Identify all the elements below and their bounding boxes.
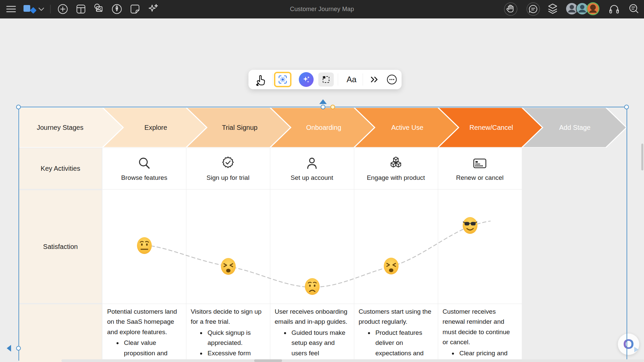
row-label-description[interactable] xyxy=(19,304,102,362)
badge-check-icon xyxy=(220,156,236,171)
stage-label: Trial Signup xyxy=(222,124,258,131)
stage-label: Explore xyxy=(144,124,167,131)
text-tool-button[interactable]: Aa xyxy=(342,70,361,89)
activity-cell[interactable]: Set up account xyxy=(270,148,354,189)
resize-up-arrow-icon[interactable] xyxy=(319,99,327,104)
ai-assist-button[interactable] xyxy=(297,70,315,89)
activity-cell[interactable]: Browse features xyxy=(102,148,186,189)
selection-handle-top-left[interactable] xyxy=(16,105,21,109)
activity-label: Browse features xyxy=(121,174,167,182)
row-label-text: Satisfaction xyxy=(43,243,78,251)
horizontal-scrollbar-thumb[interactable] xyxy=(254,359,282,362)
sparkles-icon xyxy=(302,75,311,84)
activity-cell[interactable]: Engage with product xyxy=(354,148,438,189)
ellipsis-circle-icon xyxy=(386,74,397,85)
assistant-logo-button[interactable]: O xyxy=(618,333,639,355)
description-bullet: Guided tours make setup easy and users f… xyxy=(290,328,349,362)
assistant-logo-icon: O xyxy=(623,337,634,351)
stage-label: Onboarding xyxy=(306,124,341,131)
top-bar: Customer Journey Map xyxy=(0,0,644,18)
selection-handle-anchor[interactable] xyxy=(330,105,335,109)
activity-cell[interactable]: Sign up for trial xyxy=(186,148,270,189)
stage-label: Add Stage xyxy=(559,124,590,131)
description-bullet: Product features deliver on expectations… xyxy=(374,328,433,362)
collapse-left-arrow-icon[interactable] xyxy=(7,345,11,352)
description-cell[interactable]: Visitors decide to sign up for a free tr… xyxy=(186,304,270,362)
activity-label: Set up account xyxy=(291,174,333,182)
description-text: Customer receives renewal reminder and m… xyxy=(443,307,517,348)
selection-right-edge xyxy=(627,107,627,361)
horizontal-scrollbar-track[interactable] xyxy=(61,359,644,362)
frame-tool-button[interactable] xyxy=(317,70,335,89)
selection-left-edge xyxy=(18,107,19,361)
stage-label: Journey Stages xyxy=(37,124,84,131)
capture-icon xyxy=(278,74,288,85)
magnifier-icon xyxy=(137,156,152,171)
row-label-text: Key Activities xyxy=(41,165,80,172)
description-bullet: Quick signup is appreciated. xyxy=(206,328,265,348)
capture-tool-button-selected[interactable] xyxy=(274,72,291,87)
satisfaction-emoji-weary[interactable] xyxy=(383,257,399,275)
selection-handle-mid-left[interactable] xyxy=(16,346,21,351)
activity-label: Renew or cancel xyxy=(456,174,504,182)
satisfaction-emoji-weary[interactable] xyxy=(220,258,236,275)
grid-line xyxy=(102,189,522,190)
selection-handle-top-center[interactable] xyxy=(321,105,325,109)
satisfaction-emoji-neutral[interactable] xyxy=(136,237,152,254)
row-label-satisfaction[interactable]: Satisfaction xyxy=(19,190,102,303)
description-bullet: Clear value proposition and product demo… xyxy=(123,338,181,362)
description-cell[interactable]: Customers start using the product regula… xyxy=(354,304,438,362)
credit-card-icon xyxy=(472,156,488,171)
description-text: Customers start using the product regula… xyxy=(359,307,433,327)
description-text: Visitors decide to sign up for a free tr… xyxy=(191,307,265,327)
assistant-play-icon xyxy=(634,347,639,352)
select-hand-tool-button[interactable] xyxy=(251,70,271,89)
vertical-scrollbar-thumb[interactable] xyxy=(641,144,643,170)
selection-handle-top-right[interactable] xyxy=(624,105,629,109)
satisfaction-emoji-confused[interactable] xyxy=(304,278,320,295)
more-tools-expand-button[interactable] xyxy=(365,70,383,89)
text-tool-label: Aa xyxy=(347,75,356,84)
description-cell[interactable]: Potential customers land on the SaaS hom… xyxy=(102,304,186,362)
board-title: Customer Journey Map xyxy=(0,0,644,18)
activity-label: Engage with product xyxy=(367,174,425,182)
frame-crop-icon xyxy=(321,75,331,84)
cubes-icon xyxy=(388,156,404,171)
whiteboard-canvas[interactable]: Key Activities Satisfaction Journey Stag… xyxy=(0,18,644,362)
stage-label: Renew/Cancel xyxy=(469,124,513,131)
stage-label: Active Use xyxy=(391,124,423,131)
description-text: Potential customers land on the SaaS hom… xyxy=(107,307,181,337)
journey-stages-row: Journey Stages Explore Trial Signup Onbo… xyxy=(19,107,630,148)
row-label-activities[interactable]: Key Activities xyxy=(19,148,102,189)
hand-pointer-icon xyxy=(255,73,267,86)
description-cell[interactable]: Customer receives renewal reminder and m… xyxy=(438,304,522,362)
satisfaction-emoji-cool[interactable] xyxy=(462,217,478,234)
floating-toolbar: Aa xyxy=(248,70,402,89)
person-icon xyxy=(304,156,320,171)
description-cell[interactable]: User receives onboarding emails and in-a… xyxy=(270,304,354,362)
activity-label: Sign up for trial xyxy=(206,174,249,182)
activity-cell[interactable]: Renew or cancel xyxy=(438,148,522,189)
options-menu-button[interactable] xyxy=(383,70,400,89)
double-chevron-right-icon xyxy=(370,76,379,83)
description-text: User receives onboarding emails and in-a… xyxy=(275,307,349,327)
